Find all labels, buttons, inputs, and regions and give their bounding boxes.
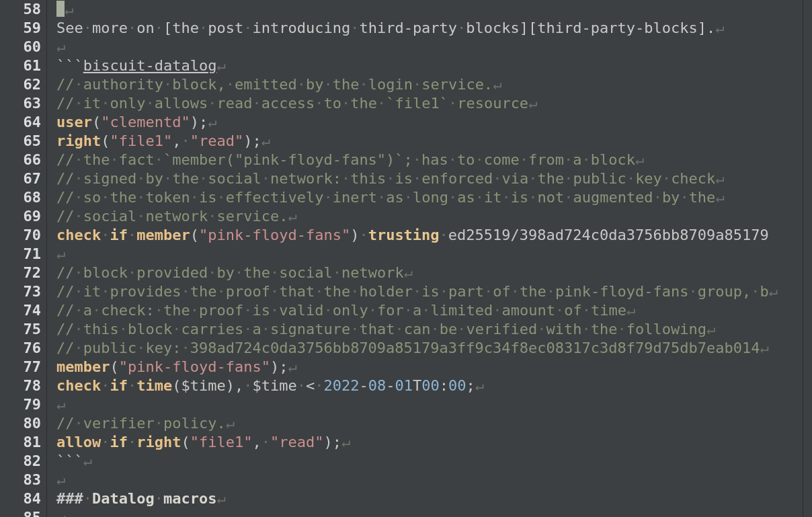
scrollbar-track[interactable] — [803, 0, 812, 517]
code-line[interactable]: check·if·time($time),·$time·<·2022-08-01… — [56, 376, 803, 395]
code-area[interactable]: See·more·on·[the·post·introducing·third-… — [47, 0, 803, 517]
code-line[interactable]: check·if·member("pink-floyd-fans")·trust… — [56, 226, 803, 245]
code-line[interactable]: ```↵ — [56, 452, 803, 471]
line-number: 67 — [0, 169, 46, 188]
code-line[interactable]: ```biscuit-datalog↵ — [56, 56, 803, 75]
line-number: 69 — [0, 207, 46, 226]
code-line[interactable]: ###·Datalog·macros↵ — [56, 489, 803, 508]
line-number: 81 — [0, 433, 46, 452]
line-number: 74 — [0, 301, 46, 320]
code-line[interactable]: ↵ — [56, 471, 803, 489]
code-line[interactable]: //·block·provided·by·the·social·network↵ — [56, 264, 803, 282]
code-line[interactable]: //·the·fact·`member("pink-floyd-fans")`;… — [56, 151, 803, 169]
code-line[interactable]: //·it·provides·the·proof·that·the·holder… — [56, 282, 803, 301]
code-line[interactable]: //·signed·by·the·social·network:·this·is… — [56, 169, 803, 188]
line-number: 76 — [0, 339, 46, 358]
line-number: 77 — [0, 358, 46, 376]
line-number: 79 — [0, 395, 46, 414]
line-number-gutter: 5859606162636465666768697071727374757677… — [0, 0, 47, 517]
code-line[interactable]: allow·if·right("file1",·"read");↵ — [56, 433, 803, 452]
code-line[interactable]: //·social·network·service.↵ — [56, 207, 803, 226]
line-number: 78 — [0, 376, 46, 395]
code-line[interactable]: //·this·block·carries·a·signature·that·c… — [56, 320, 803, 339]
code-line[interactable]: //·verifier·policy.↵ — [56, 414, 803, 433]
code-line[interactable]: //·public·key:·398ad724c0da3756bb8709a85… — [56, 339, 803, 358]
code-line[interactable]: //·authority·block,·emitted·by·the·login… — [56, 75, 803, 94]
code-line[interactable]: right("file1",·"read");↵ — [56, 132, 803, 151]
line-number: 75 — [0, 320, 46, 339]
line-number: 71 — [0, 245, 46, 264]
code-line[interactable]: member("pink-floyd-fans");↵ — [56, 358, 803, 376]
line-number: 68 — [0, 188, 46, 207]
line-number: 66 — [0, 151, 46, 169]
code-editor: 5859606162636465666768697071727374757677… — [0, 0, 812, 517]
line-number: 59 — [0, 19, 46, 38]
line-number: 62 — [0, 75, 46, 94]
code-line[interactable]: See·more·on·[the·post·introducing·third-… — [56, 19, 803, 38]
code-line[interactable]: ↵ — [56, 508, 803, 517]
code-line[interactable] — [56, 0, 803, 19]
code-line[interactable]: ↵ — [56, 245, 803, 264]
line-number: 70 — [0, 226, 46, 245]
line-number: 65 — [0, 132, 46, 151]
code-line[interactable]: //·so·the·token·is·effectively·inert·as·… — [56, 188, 803, 207]
line-number: 84 — [0, 489, 46, 508]
line-number: 61 — [0, 56, 46, 75]
line-number: 82 — [0, 452, 46, 471]
line-number: 64 — [0, 113, 46, 132]
code-line[interactable]: //·a·check:·the·proof·is·valid·only·for·… — [56, 301, 803, 320]
code-line[interactable]: user("clementd");↵ — [56, 113, 803, 132]
line-number: 80 — [0, 414, 46, 433]
line-number: 83 — [0, 471, 46, 489]
line-number: 58 — [0, 0, 46, 19]
code-line[interactable]: ↵ — [56, 38, 803, 56]
text-cursor — [56, 1, 65, 17]
code-line[interactable]: //·it·only·allows·read·access·to·the·`fi… — [56, 94, 803, 113]
line-number: 72 — [0, 264, 46, 282]
line-number: 73 — [0, 282, 46, 301]
line-number: 60 — [0, 38, 46, 56]
code-line[interactable]: ↵ — [56, 395, 803, 414]
line-number: 63 — [0, 94, 46, 113]
line-number: 85 — [0, 508, 46, 517]
